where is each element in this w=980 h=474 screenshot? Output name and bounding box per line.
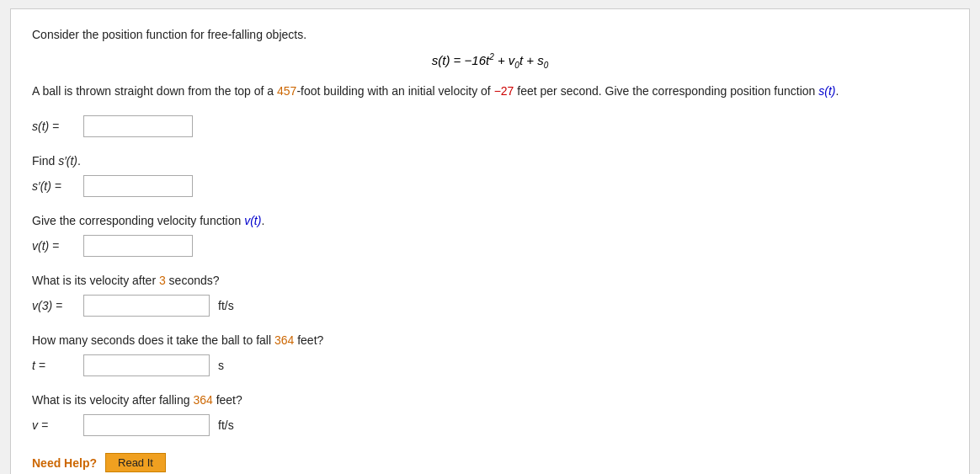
label-v3: v(3) = bbox=[32, 299, 78, 312]
desc-mid1: -foot building with an initial velocity … bbox=[296, 84, 493, 98]
answer-row-tfall: t = s bbox=[32, 354, 948, 376]
v3-highlight: 3 bbox=[159, 274, 166, 287]
description-text: A ball is thrown straight down from the … bbox=[32, 82, 948, 100]
label-vfall: v = bbox=[32, 418, 78, 432]
desc-prefix: A ball is thrown straight down from the … bbox=[32, 84, 277, 98]
intro-label: Consider the position function for free-… bbox=[32, 28, 306, 41]
label-tfall: t = bbox=[32, 359, 78, 372]
answer-row-vt: v(t) = bbox=[32, 235, 948, 257]
prompt-vfall: What is its velocity after falling 364 f… bbox=[32, 391, 948, 409]
desc-mid2: feet per second. Give the corresponding … bbox=[514, 84, 818, 98]
label-st: s(t) = bbox=[32, 120, 78, 133]
input-vfall[interactable] bbox=[83, 414, 210, 436]
question-st: s(t) = bbox=[32, 115, 948, 137]
sprime-func-label: s′(t) bbox=[58, 154, 77, 168]
question-vt: Give the corresponding velocity function… bbox=[32, 212, 948, 257]
question-tfall: How many seconds does it take the ball t… bbox=[32, 332, 948, 376]
tfall-highlight: 364 bbox=[274, 333, 294, 347]
prompt-vt: Give the corresponding velocity function… bbox=[32, 212, 948, 230]
need-help-label: Need Help? bbox=[32, 456, 97, 470]
input-v3[interactable] bbox=[83, 295, 210, 317]
label-vt: v(t) = bbox=[32, 239, 78, 253]
vfall-highlight: 364 bbox=[193, 393, 212, 407]
formula-display: s(t) = −16t2 + v0t + s0 bbox=[32, 52, 948, 70]
prompt-v3: What is its velocity after 3 seconds? bbox=[32, 272, 948, 290]
answer-row-vfall: v = ft/s bbox=[32, 414, 948, 436]
unit-vfall: ft/s bbox=[218, 418, 234, 432]
question-v3: What is its velocity after 3 seconds? v(… bbox=[32, 272, 948, 317]
label-sprime: s′(t) = bbox=[32, 179, 78, 193]
intro-text: Consider the position function for free-… bbox=[32, 26, 948, 44]
unit-tfall: s bbox=[218, 359, 224, 372]
input-tfall[interactable] bbox=[83, 354, 210, 376]
desc-func: s(t) bbox=[818, 84, 835, 98]
answer-row-sprime: s′(t) = bbox=[32, 175, 948, 197]
need-help-row: Need Help? Read It bbox=[32, 453, 948, 472]
unit-v3: ft/s bbox=[218, 299, 234, 312]
prompt-sprime: Find s′(t). bbox=[32, 152, 948, 170]
desc-velocity: −27 bbox=[494, 84, 514, 98]
page-container: Consider the position function for free-… bbox=[10, 8, 970, 474]
formula-text: s(t) = −16t2 + v0t + s0 bbox=[432, 53, 548, 67]
answer-row-v3: v(3) = ft/s bbox=[32, 295, 948, 317]
read-it-button[interactable]: Read It bbox=[105, 453, 166, 472]
answer-row-st: s(t) = bbox=[32, 115, 948, 137]
vt-func-label: v(t) bbox=[244, 214, 261, 227]
input-vt[interactable] bbox=[83, 235, 193, 257]
prompt-tfall: How many seconds does it take the ball t… bbox=[32, 332, 948, 349]
input-st[interactable] bbox=[83, 115, 193, 137]
input-sprime[interactable] bbox=[83, 175, 193, 197]
question-vfall: What is its velocity after falling 364 f… bbox=[32, 391, 948, 436]
desc-suffix: . bbox=[836, 84, 839, 98]
question-sprime: Find s′(t). s′(t) = bbox=[32, 152, 948, 197]
desc-height: 457 bbox=[277, 84, 296, 98]
